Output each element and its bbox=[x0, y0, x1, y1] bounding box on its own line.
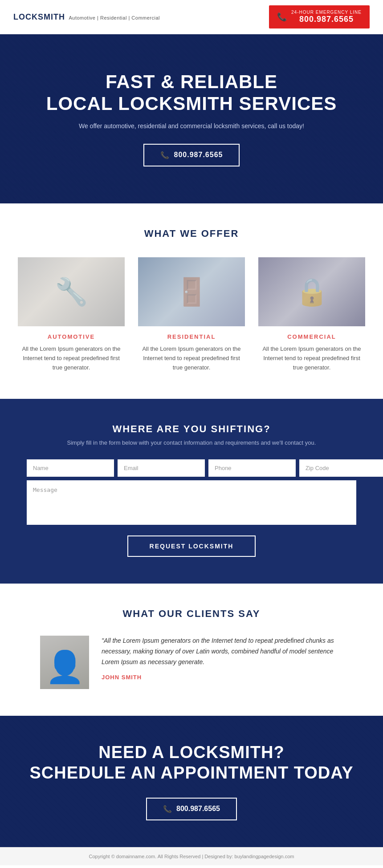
hero-content: FAST & RELIABLE LOCAL LOCKSMITH SERVICES… bbox=[46, 71, 337, 166]
residential-label: RESIDENTIAL bbox=[138, 333, 245, 340]
phone-input[interactable] bbox=[208, 459, 296, 477]
phone-icon: 📞 bbox=[160, 151, 170, 159]
automotive-image bbox=[18, 257, 125, 326]
site-footer: Copyright © domainname.com. All Rights R… bbox=[0, 847, 383, 865]
client-name: JOHN SMITH bbox=[102, 674, 142, 681]
emergency-info: 24-HOUR EMERGENCY LINE 800.987.6565 bbox=[291, 10, 362, 24]
hero-subtitle: We offer automotive, residential and com… bbox=[46, 122, 337, 130]
cta-phone-button[interactable]: 📞 800.987.6565 bbox=[146, 798, 237, 820]
hero-section: FAST & RELIABLE LOCAL LOCKSMITH SERVICES… bbox=[0, 34, 383, 203]
request-locksmith-button[interactable]: REQUEST LOCKSMITH bbox=[127, 535, 256, 557]
offer-title: WHAT WE OFFER bbox=[18, 228, 365, 239]
logo-tagline: Automotive | Residential | Commercial bbox=[69, 15, 160, 20]
cta-phone-number: 800.987.6565 bbox=[176, 805, 220, 813]
commercial-image bbox=[258, 257, 365, 326]
emergency-number: 800.987.6565 bbox=[291, 15, 362, 24]
logo: LOCKSMITH Automotive | Residential | Com… bbox=[13, 12, 160, 22]
residential-desc: All the Lorem Ipsum generators on the In… bbox=[138, 345, 245, 372]
commercial-label: COMMERCIAL bbox=[258, 333, 365, 340]
automotive-label: AUTOMOTIVE bbox=[18, 333, 125, 340]
emergency-call-button[interactable]: 📞 24-HOUR EMERGENCY LINE 800.987.6565 bbox=[269, 5, 370, 28]
service-card-automotive: AUTOMOTIVE All the Lorem Ipsum generator… bbox=[18, 257, 125, 372]
cta-content: NEED A LOCKSMITH? SCHEDULE AN APPOINTMEN… bbox=[29, 742, 353, 820]
message-textarea[interactable] bbox=[27, 480, 356, 525]
zip-input[interactable] bbox=[299, 459, 383, 477]
hero-cta-number: 800.987.6565 bbox=[174, 151, 223, 159]
hero-title: FAST & RELIABLE LOCAL LOCKSMITH SERVICES bbox=[46, 71, 337, 114]
service-card-residential: RESIDENTIAL All the Lorem Ipsum generato… bbox=[138, 257, 245, 372]
logo-brand: LOCKSMITH bbox=[13, 12, 65, 21]
site-header: LOCKSMITH Automotive | Residential | Com… bbox=[0, 0, 383, 34]
contact-subtitle: Simply fill in the form below with your … bbox=[27, 439, 356, 446]
commercial-desc: All the Lorem Ipsum generators on the In… bbox=[258, 345, 365, 372]
name-input[interactable] bbox=[27, 459, 114, 477]
hero-cta-button[interactable]: 📞 800.987.6565 bbox=[143, 144, 240, 166]
contact-title: WHERE ARE YOU SHIFTING? bbox=[27, 423, 356, 435]
testimonial-card: 👤 "All the Lorem Ipsum generators on the… bbox=[40, 636, 343, 689]
services-grid: AUTOMOTIVE All the Lorem Ipsum generator… bbox=[18, 257, 365, 372]
footer-text: Copyright © domainname.com. All Rights R… bbox=[89, 854, 294, 859]
testimonials-section: WHAT OUR CLIENTS SAY 👤 "All the Lorem Ip… bbox=[0, 584, 383, 716]
cta-section: NEED A LOCKSMITH? SCHEDULE AN APPOINTMEN… bbox=[0, 716, 383, 847]
automotive-desc: All the Lorem Ipsum generators on the In… bbox=[18, 345, 125, 372]
testimonial-content: "All the Lorem Ipsum generators on the I… bbox=[102, 636, 343, 681]
offer-section: WHAT WE OFFER AUTOMOTIVE All the Lorem I… bbox=[0, 203, 383, 399]
phone-icon: 📞 bbox=[163, 805, 172, 813]
email-input[interactable] bbox=[118, 459, 205, 477]
client-avatar: 👤 bbox=[40, 636, 89, 689]
form-row-1 bbox=[27, 459, 356, 477]
submit-label: REQUEST LOCKSMITH bbox=[150, 543, 234, 550]
service-card-commercial: COMMERCIAL All the Lorem Ipsum generator… bbox=[258, 257, 365, 372]
cta-title: NEED A LOCKSMITH? SCHEDULE AN APPOINTMEN… bbox=[29, 742, 353, 783]
emergency-label: 24-HOUR EMERGENCY LINE bbox=[291, 10, 362, 15]
residential-image bbox=[138, 257, 245, 326]
testimonial-quote: "All the Lorem Ipsum generators on the I… bbox=[102, 636, 343, 667]
phone-icon: 📞 bbox=[277, 12, 287, 22]
contact-section: WHERE ARE YOU SHIFTING? Simply fill in t… bbox=[0, 399, 383, 584]
avatar-icon: 👤 bbox=[45, 651, 84, 682]
testimonials-title: WHAT OUR CLIENTS SAY bbox=[27, 608, 356, 620]
